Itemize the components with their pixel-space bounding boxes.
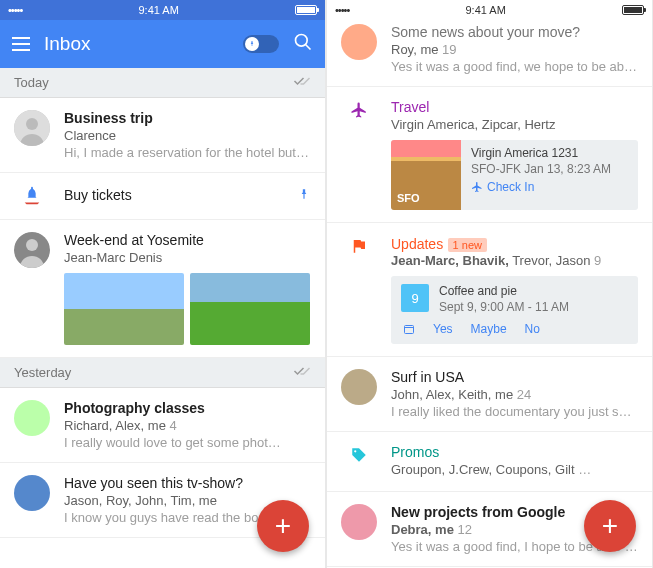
- rsvp-no[interactable]: No: [525, 322, 540, 336]
- flight-card[interactable]: SFO Virgin America 1231 SFO-JFK Jan 13, …: [391, 140, 638, 210]
- search-icon[interactable]: [293, 32, 313, 56]
- email-item[interactable]: Week-end at Yosemite Jean-Marc Denis: [0, 220, 325, 358]
- pin-icon[interactable]: [297, 187, 311, 205]
- status-time: 9:41 AM: [138, 4, 178, 16]
- bundle-senders: Jean-Marc, Bhavik, Trevor, Jason 9: [391, 253, 638, 268]
- plane-icon: [341, 99, 377, 119]
- svg-line-1: [306, 45, 311, 50]
- email-title: Photography classes: [64, 400, 311, 416]
- email-title: Surf in USA: [391, 369, 638, 385]
- email-title: Business trip: [64, 110, 311, 126]
- email-item[interactable]: Some news about your move? Roy, me 19 Ye…: [327, 20, 652, 87]
- pin-toggle[interactable]: [243, 35, 279, 53]
- svg-point-6: [26, 239, 38, 251]
- calendar-small-icon: [403, 323, 415, 335]
- list-right: Some news about your move? Roy, me 19 Ye…: [327, 20, 652, 567]
- avatar: [341, 504, 377, 540]
- header-title: Inbox: [44, 33, 229, 55]
- rsvp-maybe[interactable]: Maybe: [471, 322, 507, 336]
- checkin-link[interactable]: Check In: [471, 180, 628, 194]
- avatar: [341, 24, 377, 60]
- email-title: Week-end at Yosemite: [64, 232, 311, 248]
- email-item[interactable]: Surf in USA John, Alex, Keith, me 24 I r…: [327, 357, 652, 432]
- avatar: [14, 400, 50, 436]
- reminder-item[interactable]: Buy tickets: [0, 173, 325, 220]
- event-time: Sept 9, 9:00 AM - 11 AM: [439, 300, 569, 314]
- email-preview: I really would love to get some phot…: [64, 435, 311, 450]
- status-bar: 9:41 AM: [0, 0, 325, 20]
- bundle-label: Travel: [391, 99, 638, 115]
- svg-point-3: [26, 118, 38, 130]
- reminder-title: Buy tickets: [64, 187, 283, 203]
- email-title: Some news about your move?: [391, 24, 638, 40]
- avatar: [14, 475, 50, 511]
- svg-rect-7: [405, 326, 414, 334]
- email-preview: I really liked the documentary you just …: [391, 404, 638, 419]
- reminder-icon: [14, 185, 50, 207]
- signal-dots-icon: [8, 4, 22, 16]
- signal-dots-icon: [335, 4, 349, 16]
- flight-name: Virgin America 1231: [471, 146, 628, 160]
- email-senders: Roy, me 19: [391, 42, 638, 57]
- email-preview: Yes it was a good find, we hope to be ab…: [391, 59, 638, 74]
- thumb[interactable]: [190, 273, 310, 345]
- tag-icon: [341, 444, 377, 464]
- calendar-icon: 9: [401, 284, 429, 312]
- bundle-promos[interactable]: Promos Groupon, J.Crew, Coupons, Gilt …: [327, 432, 652, 492]
- screen-left: 9:41 AM Inbox Today Business trip Claren…: [0, 0, 325, 568]
- bundle-travel[interactable]: Travel Virgin America, Zipcar, Hertz SFO…: [327, 87, 652, 223]
- email-item[interactable]: Business trip Clarence Hi, I made a rese…: [0, 98, 325, 173]
- email-senders: John, Alex, Keith, me 24: [391, 387, 638, 402]
- bundle-updates[interactable]: Updates 1 new Jean-Marc, Bhavik, Trevor,…: [327, 223, 652, 357]
- flight-image: SFO: [391, 140, 461, 210]
- bundle-header: Updates 1 new: [391, 235, 638, 253]
- event-card[interactable]: 9 Coffee and pie Sept 9, 9:00 AM - 11 AM…: [391, 276, 638, 344]
- thumb[interactable]: [64, 273, 184, 345]
- email-sender: Jean-Marc Denis: [64, 250, 311, 265]
- battery-icon: [295, 5, 317, 15]
- new-badge: 1 new: [448, 238, 487, 252]
- menu-icon[interactable]: [12, 37, 30, 51]
- flag-icon: [341, 235, 377, 255]
- list-today: Business trip Clarence Hi, I made a rese…: [0, 98, 325, 358]
- email-preview: Hi, I made a reservation for the hotel b…: [64, 145, 311, 160]
- avatar: [341, 369, 377, 405]
- plus-icon: +: [275, 510, 291, 542]
- section-today: Today: [0, 68, 325, 98]
- email-sender: Clarence: [64, 128, 311, 143]
- bundle-senders: Groupon, J.Crew, Coupons, Gilt …: [391, 462, 638, 477]
- flight-detail: SFO-JFK Jan 13, 8:23 AM: [471, 162, 628, 176]
- status-bar: 9:41 AM: [327, 0, 652, 20]
- svg-point-0: [296, 35, 308, 47]
- email-title: Have you seen this tv-show?: [64, 475, 311, 491]
- sweep-icon[interactable]: [293, 365, 311, 380]
- svg-point-9: [354, 450, 356, 452]
- status-time: 9:41 AM: [465, 4, 505, 16]
- bundle-senders: Virgin America, Zipcar, Hertz: [391, 117, 638, 132]
- sweep-icon[interactable]: [293, 75, 311, 90]
- avatar: [14, 110, 50, 146]
- bundle-label: Promos: [391, 444, 638, 460]
- app-header: Inbox: [0, 20, 325, 68]
- email-item[interactable]: Photography classes Richard, Alex, me 4 …: [0, 388, 325, 463]
- compose-fab[interactable]: +: [257, 500, 309, 552]
- image-thumbs: [64, 273, 311, 345]
- plus-icon: +: [602, 510, 618, 542]
- screen-right: 9:41 AM Some news about your move? Roy, …: [327, 0, 652, 568]
- battery-icon: [622, 5, 644, 15]
- section-yesterday: Yesterday: [0, 358, 325, 388]
- event-title: Coffee and pie: [439, 284, 569, 298]
- email-senders: Richard, Alex, me 4: [64, 418, 311, 433]
- rsvp-yes[interactable]: Yes: [433, 322, 453, 336]
- compose-fab[interactable]: +: [584, 500, 636, 552]
- avatar: [14, 232, 50, 268]
